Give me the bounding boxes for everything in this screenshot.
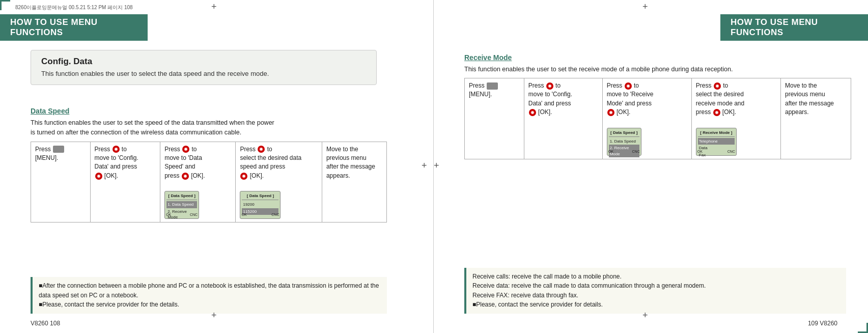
- rm-step4: Press to select the desired receive mode…: [691, 78, 780, 159]
- page-num-right: 109 V8260: [808, 320, 837, 327]
- config-box: Config. Data This function enables the u…: [31, 50, 377, 85]
- data-speed-section: Data Speed This function enables the use…: [31, 107, 387, 223]
- screen-mock-r1: [ Data Speed ] 1. Data Speed 2. Receive …: [607, 128, 641, 156]
- right-page: HOW TO USE MENU FUNCTIONS Receive Mode T…: [434, 0, 868, 333]
- nav-btn-r3: [625, 82, 632, 90]
- screen-mock-r2: [ Receive Mode ] Telephone Data Fax OKCN…: [696, 128, 737, 156]
- rm-step1: Press [MENU].: [465, 78, 524, 159]
- nav-button-icon2: [95, 173, 102, 180]
- left-header: HOW TO USE MENU FUNCTIONS: [0, 14, 148, 41]
- nav-btn-r2: [529, 109, 536, 116]
- note-right-4: ■Please, contact the service provider fo…: [472, 300, 840, 310]
- nav-btn-r4: [607, 109, 614, 116]
- note-left-1: ■After the connection between a mobile p…: [39, 281, 381, 300]
- step2: Press to move to 'Config. Data' and pres…: [90, 142, 160, 223]
- corner-br: [858, 323, 868, 333]
- left-page: 8260이플로잉문메뉴얼 00.5.21 5:12 PM 페이지 108 HOW…: [0, 0, 434, 333]
- crosshair-top: [642, 4, 653, 14]
- right-header-title: HOW TO USE MENU FUNCTIONS: [731, 17, 868, 38]
- data-speed-title: Data Speed: [31, 107, 387, 115]
- step3: Press to move to 'Data Speed' and press …: [160, 142, 236, 223]
- step5: Move to the previous menu after the mess…: [322, 142, 386, 223]
- right-header: HOW TO USE MENU FUNCTIONS: [720, 14, 868, 41]
- nav-button-icon5: [258, 146, 265, 153]
- screen-mock-1: [ Data Speed ] 1. Data Speed 2. Receive …: [164, 191, 199, 219]
- nav-button-icon6: [240, 173, 247, 180]
- nav-btn-r6: [713, 109, 720, 116]
- config-box-desc: This function enables the user to select…: [41, 70, 366, 77]
- note-left-2: ■Please, contact the service provider fo…: [39, 300, 381, 310]
- crosshair-bottom-left: [211, 313, 221, 323]
- receive-mode-section: Receive Mode This function enables the u…: [464, 53, 851, 159]
- screen-mock-2: [ Data Speed ] 19200 115200 OKCNC: [240, 191, 281, 219]
- menu-button-icon-r: [487, 82, 498, 90]
- crosshair-right: [434, 163, 444, 173]
- note-right-1: Receive calls: receive the call made to …: [472, 272, 840, 282]
- receive-mode-title: Receive Mode: [464, 53, 851, 62]
- receive-mode-steps-table: Press [MENU]. Press to move to 'Config. …: [464, 78, 851, 159]
- note-right-3: Receive FAX: receive data through fax.: [472, 291, 840, 300]
- data-speed-steps-table: Press [MENU]. Press to move to 'Config. …: [31, 142, 387, 223]
- data-speed-desc1: This function enables the user to set th…: [31, 118, 387, 137]
- step4: Press to select the desired data speed a…: [236, 142, 322, 223]
- top-bar-text: 8260이플로잉문메뉴얼 00.5.21 5:12 PM 페이지 108: [15, 4, 133, 11]
- nav-btn-r5: [714, 82, 721, 90]
- nav-button-icon4: [182, 173, 189, 180]
- notes-left: ■After the connection between a mobile p…: [31, 277, 387, 314]
- left-header-title: HOW TO USE MENU FUNCTIONS: [10, 17, 148, 38]
- page-num-left: V8260 108: [31, 320, 60, 327]
- nav-button-icon3: [182, 146, 189, 153]
- crosshair-top-left: [211, 4, 221, 14]
- corner-tl: [0, 0, 10, 10]
- rm-step3: Press to move to 'Receive Mode' and pres…: [602, 78, 691, 159]
- nav-btn-r1: [546, 82, 553, 90]
- crosshair-left: [422, 163, 432, 173]
- receive-mode-desc: This function enables the user to set th…: [464, 66, 851, 73]
- rm-step2: Press to move to 'Config. Data' and pres…: [524, 78, 602, 159]
- menu-button-icon: [53, 146, 64, 153]
- rm-step5: Move to the previous menu after the mess…: [780, 78, 851, 159]
- step1: Press [MENU].: [31, 142, 91, 223]
- config-box-title: Config. Data: [41, 57, 366, 67]
- nav-button-icon: [113, 146, 120, 153]
- notes-right: Receive calls: receive the call made to …: [464, 268, 846, 314]
- crosshair-bottom: [642, 313, 653, 323]
- note-right-2: Receive data: receive the call made to d…: [472, 281, 840, 291]
